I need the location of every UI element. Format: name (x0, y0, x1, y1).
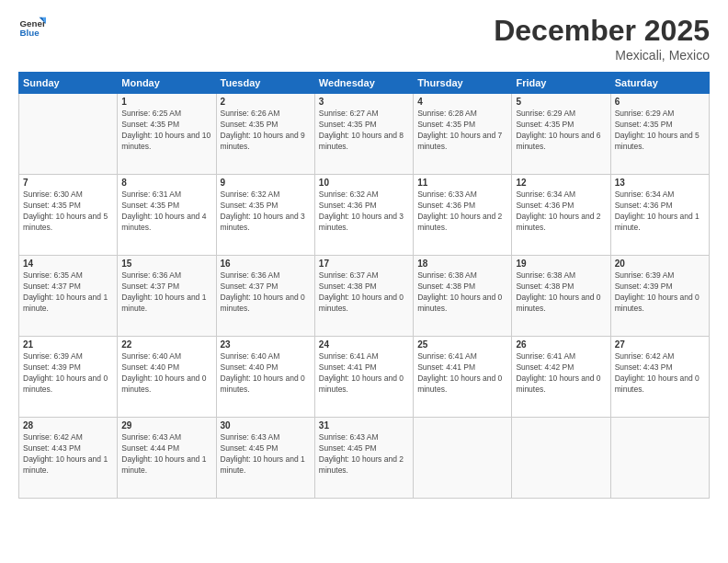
day-cell: 9 Sunrise: 6:32 AMSunset: 4:35 PMDayligh… (216, 175, 314, 256)
col-sunday: Sunday (19, 73, 118, 94)
day-number: 6 (615, 97, 705, 107)
day-number: 25 (417, 339, 507, 350)
day-cell: 22 Sunrise: 6:40 AMSunset: 4:40 PMDaylig… (118, 337, 216, 418)
day-cell (414, 418, 512, 499)
day-number: 26 (516, 339, 606, 350)
day-cell: 6 Sunrise: 6:29 AMSunset: 4:35 PMDayligh… (610, 94, 709, 175)
day-info: Sunrise: 6:27 AMSunset: 4:35 PMDaylight:… (319, 109, 409, 153)
day-cell: 25 Sunrise: 6:41 AMSunset: 4:41 PMDaylig… (414, 337, 512, 418)
day-number: 3 (319, 97, 409, 107)
day-cell: 16 Sunrise: 6:36 AMSunset: 4:37 PMDaylig… (216, 256, 314, 337)
location: Mexicali, Mexico (494, 48, 710, 63)
day-number: 21 (23, 339, 113, 350)
day-cell: 4 Sunrise: 6:28 AMSunset: 4:35 PMDayligh… (414, 94, 512, 175)
day-cell: 2 Sunrise: 6:26 AMSunset: 4:35 PMDayligh… (216, 94, 314, 175)
day-info: Sunrise: 6:32 AMSunset: 4:35 PMDaylight:… (221, 190, 311, 234)
day-number: 10 (319, 178, 409, 188)
day-info: Sunrise: 6:41 AMSunset: 4:42 PMDaylight:… (516, 351, 606, 396)
day-cell (610, 418, 709, 499)
day-number: 14 (23, 259, 113, 269)
day-info: Sunrise: 6:41 AMSunset: 4:41 PMDaylight:… (319, 351, 409, 396)
day-cell: 28 Sunrise: 6:42 AMSunset: 4:43 PMDaylig… (19, 418, 118, 499)
day-number: 17 (319, 259, 409, 269)
day-number: 24 (319, 339, 409, 350)
day-cell: 8 Sunrise: 6:31 AMSunset: 4:35 PMDayligh… (118, 175, 216, 256)
day-info: Sunrise: 6:32 AMSunset: 4:36 PMDaylight:… (319, 190, 409, 234)
day-info: Sunrise: 6:43 AMSunset: 4:45 PMDaylight:… (319, 432, 409, 477)
day-cell: 10 Sunrise: 6:32 AMSunset: 4:36 PMDaylig… (314, 175, 413, 256)
day-cell: 7 Sunrise: 6:30 AMSunset: 4:35 PMDayligh… (19, 175, 118, 256)
day-info: Sunrise: 6:35 AMSunset: 4:37 PMDaylight:… (23, 270, 113, 315)
day-number: 30 (221, 420, 311, 431)
day-number: 27 (615, 339, 705, 350)
day-info: Sunrise: 6:25 AMSunset: 4:35 PMDaylight:… (121, 109, 211, 153)
col-monday: Monday (118, 73, 216, 94)
day-info: Sunrise: 6:41 AMSunset: 4:41 PMDaylight:… (417, 351, 507, 396)
day-number: 29 (121, 420, 211, 431)
day-number: 20 (615, 259, 705, 269)
week-row-0: 1 Sunrise: 6:25 AMSunset: 4:35 PMDayligh… (19, 94, 710, 175)
logo-icon: General Blue (18, 14, 46, 41)
day-cell: 15 Sunrise: 6:36 AMSunset: 4:37 PMDaylig… (118, 256, 216, 337)
day-number: 28 (23, 420, 113, 431)
day-cell: 11 Sunrise: 6:33 AMSunset: 4:36 PMDaylig… (414, 175, 512, 256)
day-cell: 29 Sunrise: 6:43 AMSunset: 4:44 PMDaylig… (118, 418, 216, 499)
day-info: Sunrise: 6:33 AMSunset: 4:36 PMDaylight:… (417, 190, 507, 234)
day-cell: 14 Sunrise: 6:35 AMSunset: 4:37 PMDaylig… (19, 256, 118, 337)
month-title: December 2025 (494, 14, 710, 48)
day-number: 13 (615, 178, 705, 188)
day-cell: 24 Sunrise: 6:41 AMSunset: 4:41 PMDaylig… (314, 337, 413, 418)
day-info: Sunrise: 6:29 AMSunset: 4:35 PMDaylight:… (615, 109, 705, 153)
day-info: Sunrise: 6:38 AMSunset: 4:38 PMDaylight:… (516, 270, 606, 315)
day-cell: 1 Sunrise: 6:25 AMSunset: 4:35 PMDayligh… (118, 94, 216, 175)
day-cell: 23 Sunrise: 6:40 AMSunset: 4:40 PMDaylig… (216, 337, 314, 418)
col-wednesday: Wednesday (314, 73, 413, 94)
week-row-3: 21 Sunrise: 6:39 AMSunset: 4:39 PMDaylig… (19, 337, 710, 418)
day-info: Sunrise: 6:40 AMSunset: 4:40 PMDaylight:… (121, 351, 211, 396)
day-info: Sunrise: 6:34 AMSunset: 4:36 PMDaylight:… (516, 190, 606, 234)
week-row-4: 28 Sunrise: 6:42 AMSunset: 4:43 PMDaylig… (19, 418, 710, 499)
day-info: Sunrise: 6:36 AMSunset: 4:37 PMDaylight:… (121, 270, 211, 315)
calendar-page: General Blue December 2025 Mexicali, Mex… (0, 0, 728, 563)
day-number: 19 (516, 259, 606, 269)
day-cell: 30 Sunrise: 6:43 AMSunset: 4:45 PMDaylig… (216, 418, 314, 499)
day-cell: 13 Sunrise: 6:34 AMSunset: 4:36 PMDaylig… (610, 175, 709, 256)
svg-text:Blue: Blue (20, 28, 40, 38)
day-cell: 19 Sunrise: 6:38 AMSunset: 4:38 PMDaylig… (512, 256, 610, 337)
day-number: 12 (516, 178, 606, 188)
header: General Blue December 2025 Mexicali, Mex… (18, 14, 710, 63)
title-block: December 2025 Mexicali, Mexico (494, 14, 710, 63)
day-number: 16 (221, 259, 311, 269)
col-friday: Friday (512, 73, 610, 94)
day-number: 15 (121, 259, 211, 269)
day-cell: 3 Sunrise: 6:27 AMSunset: 4:35 PMDayligh… (314, 94, 413, 175)
col-saturday: Saturday (610, 73, 709, 94)
col-tuesday: Tuesday (216, 73, 314, 94)
day-cell: 5 Sunrise: 6:29 AMSunset: 4:35 PMDayligh… (512, 94, 610, 175)
day-cell: 12 Sunrise: 6:34 AMSunset: 4:36 PMDaylig… (512, 175, 610, 256)
day-info: Sunrise: 6:40 AMSunset: 4:40 PMDaylight:… (221, 351, 311, 396)
day-number: 22 (121, 339, 211, 350)
day-number: 1 (121, 97, 211, 107)
day-info: Sunrise: 6:42 AMSunset: 4:43 PMDaylight:… (615, 351, 705, 396)
day-cell: 18 Sunrise: 6:38 AMSunset: 4:38 PMDaylig… (414, 256, 512, 337)
day-cell: 27 Sunrise: 6:42 AMSunset: 4:43 PMDaylig… (610, 337, 709, 418)
day-number: 11 (417, 178, 507, 188)
logo: General Blue (18, 14, 46, 41)
day-info: Sunrise: 6:38 AMSunset: 4:38 PMDaylight:… (417, 270, 507, 315)
day-info: Sunrise: 6:31 AMSunset: 4:35 PMDaylight:… (121, 190, 211, 234)
day-number: 31 (319, 420, 409, 431)
day-number: 5 (516, 97, 606, 107)
day-number: 4 (417, 97, 507, 107)
col-thursday: Thursday (414, 73, 512, 94)
day-info: Sunrise: 6:36 AMSunset: 4:37 PMDaylight:… (221, 270, 311, 315)
day-cell: 20 Sunrise: 6:39 AMSunset: 4:39 PMDaylig… (610, 256, 709, 337)
day-info: Sunrise: 6:34 AMSunset: 4:36 PMDaylight:… (615, 190, 705, 234)
calendar-table: Sunday Monday Tuesday Wednesday Thursday… (18, 72, 710, 499)
day-info: Sunrise: 6:37 AMSunset: 4:38 PMDaylight:… (319, 270, 409, 315)
day-info: Sunrise: 6:43 AMSunset: 4:45 PMDaylight:… (221, 432, 311, 477)
day-number: 7 (23, 178, 113, 188)
week-row-1: 7 Sunrise: 6:30 AMSunset: 4:35 PMDayligh… (19, 175, 710, 256)
day-cell: 26 Sunrise: 6:41 AMSunset: 4:42 PMDaylig… (512, 337, 610, 418)
day-info: Sunrise: 6:30 AMSunset: 4:35 PMDaylight:… (23, 190, 113, 234)
